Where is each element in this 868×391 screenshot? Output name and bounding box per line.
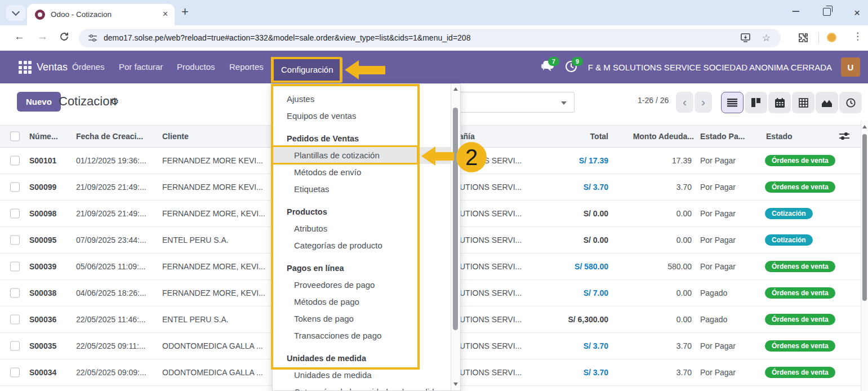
back-button[interactable]: ← [14, 30, 25, 43]
browser-menu-icon[interactable]: ⋮ [853, 30, 862, 42]
window-close-button[interactable]: × [854, 7, 860, 19]
cell-total: S/ 3.70 [524, 368, 608, 377]
view-kanban-button[interactable] [745, 92, 767, 113]
window-restore-button[interactable] [823, 8, 831, 16]
cell-payment-status: Pagado [700, 288, 727, 297]
view-activity-button[interactable] [839, 92, 862, 113]
activities-icon[interactable]: 9 [564, 60, 579, 74]
tab-title: Odoo - Cotizacion [51, 10, 112, 19]
pager-prev-button[interactable]: ‹ [676, 92, 693, 113]
cell-number: S00038 [29, 288, 56, 297]
col-header-total[interactable]: Total [524, 132, 608, 141]
menu-item-proveedores-de-pago[interactable]: Proveedores de pago [273, 277, 451, 294]
search-caret-icon[interactable] [561, 101, 567, 105]
config-dropdown-list: AjustesEquipos de ventasPedidos de Venta… [273, 84, 451, 391]
cell-total: S/ 3.70 [524, 341, 608, 350]
window-minimize-button[interactable]: – [793, 3, 799, 18]
row-checkbox[interactable] [10, 288, 20, 298]
cell-customer: FERNANDEZ MORE, KEVI... [162, 288, 265, 297]
row-checkbox[interactable] [10, 315, 20, 325]
chevron-down-icon [12, 8, 20, 16]
url-bar[interactable]: demo17.solse.pe/web?reload=true#action=3… [79, 29, 781, 47]
page-title: Cotizacion [59, 94, 117, 109]
view-calendar-button[interactable] [768, 92, 791, 113]
cell-amount-due: 0.00 [607, 236, 692, 245]
view-list-button[interactable] [721, 92, 744, 113]
browser-tab[interactable]: Odoo - Cotizacion × [27, 4, 175, 25]
table-scrollbar[interactable] [861, 121, 868, 391]
row-checkbox[interactable] [10, 262, 20, 272]
cell-amount-due: 0.00 [607, 288, 692, 297]
menu-item-metodos-de-envio[interactable]: Métodos de envío [273, 164, 451, 181]
row-checkbox[interactable] [10, 156, 20, 166]
new-tab-button[interactable]: + [181, 5, 189, 19]
dropdown-scrollbar-thumb[interactable] [453, 108, 458, 330]
menu-item-plantillas-de-cotizacion[interactable]: Plantillas de cotización [273, 147, 451, 164]
pager-next-button[interactable]: › [695, 92, 712, 113]
nav-menu-productos[interactable]: Productos [177, 51, 215, 83]
app-name[interactable]: Ventas [37, 51, 68, 83]
cell-number: S00035 [29, 341, 56, 350]
nav-menu-ordenes[interactable]: Órdenes [72, 51, 105, 83]
column-adjust-icon[interactable] [839, 131, 850, 141]
tab-close-icon[interactable]: × [163, 9, 168, 19]
messages-count-badge: 7 [548, 57, 559, 66]
reload-button[interactable] [59, 32, 69, 42]
new-button[interactable]: Nuevo [17, 92, 61, 112]
extensions-icon[interactable] [798, 32, 809, 43]
view-switcher [721, 92, 862, 113]
dropdown-scroll-up-icon[interactable] [453, 87, 458, 91]
forward-button[interactable]: → [37, 30, 48, 43]
col-header-status[interactable]: Estado [766, 132, 793, 141]
col-header-amount-due[interactable]: Monto Adeuda... [597, 132, 694, 141]
cell-customer: ODONTOMEDICA GALLA ... [162, 368, 263, 377]
col-header-customer[interactable]: Cliente [162, 132, 189, 141]
menu-item-metodos-de-pago[interactable]: Métodos de pago [273, 294, 451, 310]
menu-item-tokens-de-pago[interactable]: Tokens de pago [273, 310, 451, 327]
menu-item-categorias-de-las-unidades-de-medida[interactable]: Categorías de las unidades de medida [273, 384, 451, 391]
menu-item-categorias-de-producto[interactable]: Categorías de producto [273, 237, 451, 254]
row-checkbox[interactable] [10, 341, 20, 351]
messages-icon[interactable]: 7 [541, 60, 555, 74]
menu-item-atributos[interactable]: Atributos [273, 220, 451, 237]
row-checkbox[interactable] [10, 368, 20, 377]
cell-created-date: 22/05/2025 11:46:... [76, 315, 146, 324]
cell-status: Órdenes de venta [765, 155, 835, 166]
nav-menu-reportes[interactable]: Reportes [229, 51, 264, 83]
dropdown-scrollbar[interactable] [451, 84, 460, 390]
scroll-up-icon[interactable] [862, 125, 867, 128]
cell-number: S00095 [29, 236, 56, 245]
col-header-number[interactable]: Núme... [29, 132, 58, 141]
bookmark-star-icon[interactable]: ☆ [762, 32, 771, 44]
table-scrollbar-thumb[interactable] [862, 134, 867, 301]
menu-item-etiquetas[interactable]: Etiquetas [273, 181, 451, 198]
row-checkbox[interactable] [10, 236, 20, 245]
company-name[interactable]: F & M SOLUTIONS SERVICE SOCIEDAD ANONIMA… [588, 63, 832, 72]
extension-pin-icon[interactable] [827, 33, 836, 42]
view-pivot-button[interactable] [792, 92, 814, 113]
row-checkbox[interactable] [10, 183, 20, 192]
apps-grid-icon[interactable] [19, 61, 32, 74]
cell-customer: FERNANDEZ MORE, KEVI... [162, 209, 265, 218]
col-header-payment-status[interactable]: Estado Pa... [700, 132, 745, 141]
nav-menu-por-facturar[interactable]: Por facturar [119, 51, 163, 83]
gear-icon[interactable]: ⚙ [110, 96, 119, 108]
site-settings-icon[interactable] [88, 33, 97, 43]
dropdown-scroll-down-icon[interactable] [453, 383, 458, 386]
cell-total: S/ 17.39 [524, 156, 608, 165]
col-header-created[interactable]: Fecha de Creaci... [76, 132, 143, 141]
menu-item-transacciones-de-pago[interactable]: Transacciones de pago [273, 327, 451, 344]
nav-menu-configuracion[interactable]: Configuración [272, 57, 342, 82]
cell-status: Órdenes de venta [765, 314, 835, 325]
menu-item-unidades-de-medida[interactable]: Unidades de medida [273, 367, 451, 384]
menu-item-ajustes[interactable]: Ajustes [273, 91, 451, 108]
row-checkbox[interactable] [10, 209, 20, 219]
install-app-icon[interactable] [741, 33, 751, 43]
menu-item-equipos-de-ventas[interactable]: Equipos de ventas [273, 108, 451, 125]
status-badge: Órdenes de venta [765, 261, 835, 272]
view-graph-button[interactable] [816, 92, 838, 113]
menu-section-pagos-en-linea: Pagos en línea [273, 260, 451, 277]
tab-search-button[interactable] [6, 5, 26, 21]
user-avatar[interactable]: U [841, 57, 860, 77]
select-all-checkbox[interactable] [10, 132, 20, 141]
